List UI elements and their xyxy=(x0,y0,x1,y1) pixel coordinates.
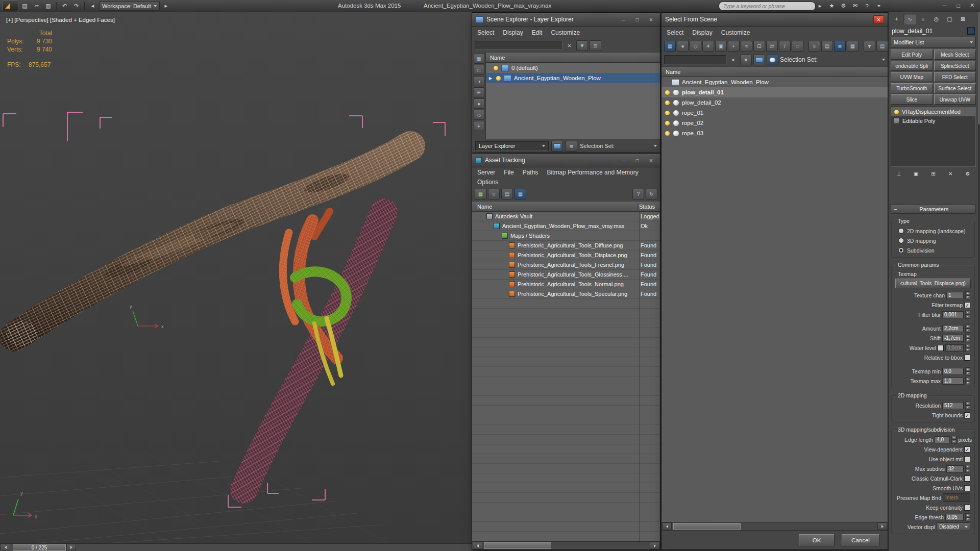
help-icon[interactable]: ? xyxy=(632,189,644,199)
plow-blade-beam[interactable] xyxy=(244,212,384,490)
spinner[interactable] xyxy=(965,513,970,521)
spinner[interactable] xyxy=(965,334,970,342)
close-button[interactable]: ✕ xyxy=(873,15,884,24)
menu-display[interactable]: Display xyxy=(503,29,523,36)
texmap-min-field[interactable]: 0,0 xyxy=(942,368,964,375)
asset-row[interactable]: Ancient_Egyptian_Wooden_Plow_max_vray.ma… xyxy=(472,221,660,231)
filter-combinations-icon[interactable]: ▼ xyxy=(864,41,875,52)
remove-modifier-icon[interactable]: ✕ xyxy=(946,171,954,177)
viewport-canvas[interactable]: x y x y xyxy=(0,12,472,543)
visibility-bulb-icon[interactable] xyxy=(665,110,670,116)
asset-row[interactable]: Autodesk Vault Logged xyxy=(472,212,660,221)
communication-center-icon[interactable]: ✉ xyxy=(850,1,861,11)
tight-bounds-checkbox[interactable]: ✓ xyxy=(964,412,970,418)
time-slider-thumb[interactable]: 0 / 225 xyxy=(13,544,66,551)
view-table-icon[interactable]: ▦ xyxy=(475,189,486,199)
spinner[interactable] xyxy=(965,402,970,410)
asset-row[interactable]: Prehistoric_Agricultural_Tools_Normal.pn… xyxy=(472,280,660,289)
panel-scrollbar[interactable] xyxy=(978,12,980,551)
menu-bitmap-performance[interactable]: Bitmap Performance and Memory xyxy=(547,169,638,176)
open-file-icon[interactable]: ▱ xyxy=(31,1,42,11)
spinner[interactable] xyxy=(965,291,970,299)
column-header-name[interactable]: Name xyxy=(662,66,888,77)
visibility-bulb-icon[interactable] xyxy=(496,76,501,81)
close-button[interactable]: ✕ xyxy=(646,156,656,165)
preserve-map-dropdown[interactable]: Intern xyxy=(943,493,970,502)
find-input[interactable] xyxy=(664,55,726,64)
tab-modify-icon[interactable]: ∿ xyxy=(903,14,916,24)
next-frame-icon[interactable] xyxy=(66,544,76,551)
visibility-bulb-icon[interactable] xyxy=(665,120,670,126)
search-filter-icon[interactable]: ▼ xyxy=(740,55,752,65)
parameters-rollout-header[interactable]: − Parameters xyxy=(891,204,976,214)
view-smallicons-icon[interactable]: ▤ xyxy=(501,189,513,199)
column-header-status[interactable]: Status xyxy=(637,204,660,210)
smooth-uvs-checkbox[interactable] xyxy=(964,485,970,491)
infocenter-search-input[interactable] xyxy=(719,2,816,11)
application-titlebar[interactable]: ▤ ▱ ▥ ↶ ↷ ◂ Workspace: Default ▸ Autodes… xyxy=(0,0,980,12)
help-icon[interactable]: ? xyxy=(862,1,872,11)
workspace-prev-icon[interactable]: ◂ xyxy=(87,1,98,11)
asset-row[interactable]: Prehistoric_Agricultural_Tools_Specular.… xyxy=(472,289,660,299)
filter-shapes-icon[interactable]: ◇ xyxy=(690,41,701,52)
object-color-swatch[interactable] xyxy=(967,27,975,35)
ffd-select-button[interactable]: FFD Select xyxy=(934,72,976,82)
tab-create-icon[interactable]: + xyxy=(890,14,903,24)
visibility-bulb-icon[interactable] xyxy=(493,65,499,71)
object-row[interactable]: rope_01 xyxy=(662,108,888,118)
water-level-field[interactable]: 0,0cm xyxy=(945,344,964,352)
object-row[interactable]: rope_02 xyxy=(662,118,888,128)
spinner[interactable] xyxy=(965,344,970,352)
select-none-icon[interactable]: □ xyxy=(474,65,484,75)
menu-display[interactable]: Display xyxy=(692,29,712,36)
view-list-icon[interactable]: ≡ xyxy=(488,189,500,199)
object-name-field[interactable]: plow_detail_01 xyxy=(892,28,933,35)
maximize-button[interactable]: □ xyxy=(632,156,643,165)
spinner[interactable] xyxy=(965,324,970,333)
resolution-field[interactable]: 512 xyxy=(942,402,964,409)
edge-length-field[interactable]: 4,0 xyxy=(935,436,950,443)
configure-modifier-sets-icon[interactable]: ⚙ xyxy=(964,171,972,177)
horizontal-scrollbar[interactable] xyxy=(472,541,660,549)
spinner[interactable] xyxy=(965,367,970,375)
asset-row[interactable]: Prehistoric_Agricultural_Tools_Glossines… xyxy=(472,270,660,280)
viewport-label[interactable]: [+] [Perspective] [Shaded + Edged Faces] xyxy=(6,17,115,23)
texture-channel-field[interactable]: 1 xyxy=(946,292,964,299)
filter-all-icon[interactable]: ▦ xyxy=(664,41,676,52)
display-layers-icon[interactable] xyxy=(753,55,765,65)
mesh-select-button[interactable]: Mesh Select xyxy=(934,49,976,60)
visibility-bulb-icon[interactable] xyxy=(665,131,670,136)
filter-helpers-icon[interactable]: + xyxy=(728,41,740,52)
view-columns-icon[interactable]: ▤ xyxy=(821,41,833,52)
workspace-selector[interactable]: Workspace: Default xyxy=(99,1,160,11)
minimize-button[interactable]: ─ xyxy=(618,15,629,24)
spinner[interactable] xyxy=(965,377,970,385)
amount-field[interactable]: 2,2cm xyxy=(942,325,964,332)
modifier-stack-row[interactable]: Editable Poly xyxy=(891,116,975,126)
scroll-right-icon[interactable] xyxy=(877,522,887,530)
scrollbar-thumb[interactable] xyxy=(484,542,551,549)
view-details-icon[interactable]: ▦ xyxy=(514,189,526,199)
layer-mode-icon[interactable] xyxy=(551,141,563,152)
scroll-left-icon[interactable] xyxy=(473,542,482,549)
column-header-name[interactable]: Name xyxy=(472,204,637,210)
asset-row[interactable]: Prehistoric_Agricultural_Tools_Diffuse.p… xyxy=(472,241,660,251)
surface-select-button[interactable]: Surface Select xyxy=(934,83,976,93)
favorites-icon[interactable]: ★ xyxy=(826,1,837,11)
filter-groups-icon[interactable]: ⊡ xyxy=(753,41,765,52)
asset-row[interactable]: Maps / Shaders xyxy=(472,231,660,241)
view-dependent-checkbox[interactable]: ✓ xyxy=(964,446,970,453)
keep-continuity-checkbox[interactable] xyxy=(964,505,970,511)
filter-xrefs-icon[interactable]: ⇄ xyxy=(766,41,778,52)
find-input[interactable] xyxy=(475,41,562,50)
menu-server[interactable]: Server xyxy=(477,169,495,176)
unwrap-uvw-button[interactable]: Unwrap UVW xyxy=(934,94,976,105)
select-all-icon[interactable]: ▦ xyxy=(474,54,484,64)
edit-poly-button[interactable]: Edit Poly xyxy=(891,49,933,60)
ok-button[interactable]: OK xyxy=(799,534,835,546)
scroll-left-icon[interactable] xyxy=(662,522,672,530)
menu-options[interactable]: Options xyxy=(477,179,498,186)
freeze-icon[interactable]: ◇ xyxy=(474,110,484,120)
asset-tracking-titlebar[interactable]: Asset Tracking ─ □ ✕ xyxy=(472,154,660,167)
maximize-button[interactable]: □ xyxy=(951,1,965,10)
